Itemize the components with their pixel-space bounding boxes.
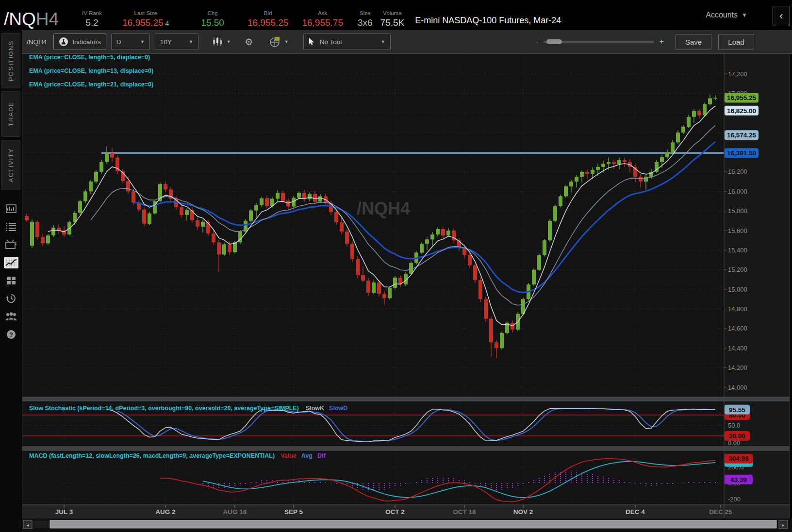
- left-sidebar: POSITIONS TRADE ACTIVITY: [0, 30, 22, 532]
- price-bubble-label: 16,391.50: [727, 150, 756, 157]
- slowd-label: SlowD: [329, 405, 347, 412]
- app-window: /NQH417,20017,00016,80016,60016,40016,20…: [0, 0, 792, 532]
- zoom-slider[interactable]: [544, 41, 654, 43]
- help-icon[interactable]: ?: [4, 329, 18, 340]
- list-icon[interactable]: [4, 221, 18, 233]
- macd-avg-label: Avg: [301, 452, 313, 459]
- field-last-size: Last Size 16,955.254: [122, 10, 169, 30]
- slowk-label: SlowK: [306, 405, 324, 412]
- time-axis-label: SEP 5: [284, 508, 303, 515]
- layout-grid-icon: [270, 36, 280, 47]
- header-bar: /NQ H4 IV Rank 5.2 Last Size 16,955.254 …: [0, 0, 792, 30]
- zoom-slider-thumb[interactable]: [546, 39, 562, 44]
- svg-text:15,600: 15,600: [728, 227, 747, 234]
- drawing-tool-dropdown[interactable]: No Tool ▼: [303, 33, 391, 50]
- report-icon[interactable]: [4, 203, 18, 215]
- time-axis-label: DEC 4: [626, 508, 645, 515]
- flask-icon: [59, 37, 68, 47]
- chevron-down-icon: ▼: [227, 39, 231, 44]
- time-axis-label: NOV 2: [513, 508, 533, 515]
- tv-icon[interactable]: [4, 239, 18, 250]
- svg-text:15,200: 15,200: [728, 266, 747, 273]
- chart-settings-button[interactable]: ⚙: [241, 34, 257, 50]
- chart-toolbar: /NQH4 Indicators D ▼ 10Y ▼ ▼: [22, 30, 792, 54]
- ema5-legend[interactable]: EMA (price=CLOSE, length=5, displace=0): [29, 54, 150, 61]
- symbol-title: /NQ H4: [4, 10, 59, 30]
- svg-text:14,800: 14,800: [728, 305, 747, 313]
- grid-icon[interactable]: [4, 275, 18, 286]
- symbol-root: /NQ: [4, 10, 36, 28]
- macd-legend[interactable]: MACD (fastLength=12, slowLength=26, macd…: [29, 452, 326, 459]
- timeframe-dropdown[interactable]: D ▼: [111, 33, 150, 50]
- panel-divider[interactable]: [22, 447, 792, 450]
- macd-bubble-label: 43.39: [730, 476, 747, 483]
- people-icon[interactable]: [4, 311, 18, 322]
- time-axis: [22, 505, 792, 518]
- price-bubble-label: 16,955.25: [727, 94, 757, 101]
- history-icon[interactable]: [4, 293, 18, 304]
- gear-icon: ⚙: [245, 36, 253, 48]
- indicators-button[interactable]: Indicators: [53, 33, 106, 50]
- svg-text:50.0: 50.0: [728, 422, 740, 429]
- symbol-watermark: /NQH4: [357, 199, 410, 218]
- price-bubble-label: 16,574.25: [727, 132, 757, 139]
- svg-text:15,800: 15,800: [728, 207, 747, 215]
- field-volume: Volume 75.5K: [380, 10, 405, 30]
- stoch-bubble-label: 95.55: [729, 406, 745, 414]
- chevron-down-icon: ▼: [742, 12, 747, 18]
- chevron-down-icon: ▼: [284, 39, 289, 44]
- macd-value-label: Value: [280, 452, 297, 459]
- chevron-down-icon: ▼: [189, 39, 193, 44]
- scroll-right-icon: ▸: [782, 522, 784, 528]
- svg-text:14,400: 14,400: [728, 345, 747, 352]
- svg-text:14,600: 14,600: [728, 325, 747, 332]
- zoom-in-button[interactable]: +: [659, 37, 664, 47]
- macd-bubble-label: 304.98: [728, 455, 749, 462]
- sidebar-icon-rail: ?: [0, 203, 22, 340]
- sidebar-tab-positions[interactable]: POSITIONS: [1, 33, 20, 88]
- charts-icon[interactable]: [4, 257, 18, 268]
- svg-text:?: ?: [9, 331, 13, 338]
- stochastic-legend[interactable]: Slow Stochastic (kPeriod=14, dPeriod=3, …: [29, 405, 347, 412]
- time-axis-label: OCT 2: [385, 508, 405, 515]
- chart-type-dropdown[interactable]: ▼: [207, 34, 236, 50]
- panel-divider[interactable]: [22, 397, 792, 401]
- sidebar-tab-activity[interactable]: ACTIVITY: [1, 140, 20, 190]
- chevron-down-icon: ▼: [140, 39, 145, 44]
- toolbar-right-group: - + Save Load: [531, 34, 754, 50]
- svg-text:14,200: 14,200: [728, 364, 747, 371]
- field-bid: Bid 16,955.25: [248, 10, 289, 30]
- svg-text:16,000: 16,000: [728, 188, 747, 195]
- time-axis-label: JUL 3: [55, 508, 73, 515]
- collapse-panel-button[interactable]: ‹: [773, 6, 790, 26]
- accounts-menu[interactable]: Accounts ▼: [706, 11, 747, 19]
- field-chg: Chg 15.50: [201, 10, 224, 30]
- chevron-down-icon: ▼: [381, 39, 385, 44]
- scrollbar-gap: [33, 521, 50, 528]
- scrollbar-thumb[interactable]: [50, 520, 776, 528]
- chart-layout-dropdown[interactable]: ▼: [265, 34, 294, 50]
- svg-text:16,200: 16,200: [728, 168, 747, 175]
- ema21-legend[interactable]: EMA (price=CLOSE, length=21, displace=0): [29, 81, 153, 88]
- sidebar-tab-trade[interactable]: TRADE: [1, 91, 20, 137]
- svg-text:15,000: 15,000: [728, 286, 747, 293]
- field-size: Size 3x6: [358, 10, 373, 30]
- ema13-legend[interactable]: EMA (price=CLOSE, length=13, displace=0): [29, 67, 153, 74]
- time-axis-label: DEC 25: [709, 508, 732, 515]
- svg-text:-200: -200: [728, 496, 741, 503]
- svg-text:14,000: 14,000: [728, 384, 747, 391]
- load-button[interactable]: Load: [718, 34, 754, 50]
- price-bubble-label: 16,825.00: [727, 107, 756, 115]
- symbol-month: H4: [36, 10, 59, 28]
- stoch-bubble-label: 20.00: [729, 432, 745, 440]
- time-axis-label: OCT 18: [453, 508, 476, 515]
- zoom-out-button[interactable]: -: [536, 37, 539, 47]
- save-button[interactable]: Save: [676, 34, 711, 50]
- range-dropdown[interactable]: 10Y ▼: [155, 33, 198, 50]
- svg-text:15,400: 15,400: [728, 247, 747, 254]
- field-ask: Ask 16,955.75: [302, 10, 343, 30]
- time-axis-label: AUG 18: [223, 508, 247, 515]
- chevron-left-icon: ‹: [779, 10, 783, 22]
- cursor-icon: [309, 38, 315, 46]
- candlestick-chart-icon: [212, 37, 223, 47]
